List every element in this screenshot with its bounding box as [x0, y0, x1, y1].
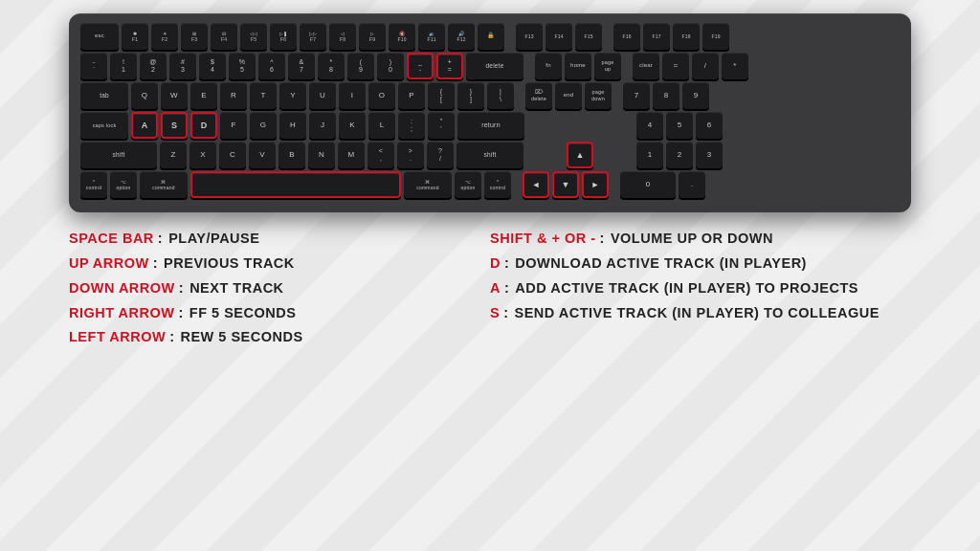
7-key[interactable]: &7	[288, 53, 315, 79]
lshift-key[interactable]: shift	[80, 142, 157, 168]
backtick-key[interactable]: ~`	[80, 53, 107, 79]
end-key[interactable]: end	[555, 82, 582, 109]
command-key[interactable]: ⌘command	[140, 171, 188, 198]
9-key[interactable]: (9	[347, 53, 374, 79]
f7-key[interactable]: ▷▷F7	[300, 23, 326, 50]
fn8-key[interactable]: F19	[702, 23, 729, 50]
rctrl-key[interactable]: ^control	[484, 171, 511, 198]
num-div-key[interactable]: /	[692, 53, 719, 79]
f9-key[interactable]: ▷F9	[359, 23, 386, 50]
f-key[interactable]: F	[220, 112, 247, 139]
f2-key[interactable]: ☀F2	[151, 23, 178, 50]
roption-key[interactable]: ⌥option	[455, 171, 481, 198]
fn6-key[interactable]: F17	[643, 23, 670, 50]
num4-key[interactable]: 4	[636, 112, 663, 139]
option-key[interactable]: ⌥option	[110, 171, 137, 198]
2-key[interactable]: @2	[140, 53, 167, 79]
right-arrow-key[interactable]: ►	[582, 171, 609, 198]
fn3-key[interactable]: F14	[546, 23, 572, 50]
f1-key[interactable]: ✱F1	[122, 23, 148, 50]
b-key[interactable]: B	[278, 142, 305, 168]
slash-key[interactable]: ?/	[427, 142, 454, 168]
fn5-key[interactable]: F16	[613, 23, 640, 50]
rbracket-key[interactable]: }]	[457, 82, 484, 109]
home-key[interactable]: home	[565, 53, 591, 79]
fn2-key[interactable]: F13	[516, 23, 543, 50]
pipe-key[interactable]: |\	[487, 82, 514, 109]
f3-key[interactable]: ⊞F3	[181, 23, 208, 50]
5-key[interactable]: %5	[229, 53, 256, 79]
esc-key[interactable]: esc	[80, 23, 119, 50]
h-key[interactable]: H	[279, 112, 306, 139]
ctrl-key[interactable]: ^control	[80, 171, 107, 198]
num5-key[interactable]: 5	[666, 112, 693, 139]
f5-key[interactable]: ◁◁F5	[240, 23, 267, 50]
fn4-key[interactable]: F15	[575, 23, 602, 50]
pagedown-key[interactable]: pagedown	[585, 82, 612, 109]
delete-key[interactable]: delete	[466, 53, 523, 79]
rshift-key[interactable]: shift	[457, 142, 523, 168]
pageup-key[interactable]: pageup	[594, 53, 621, 79]
f4-key[interactable]: ⊟F4	[211, 23, 237, 50]
z-key[interactable]: Z	[160, 142, 187, 168]
q-key[interactable]: Q	[131, 82, 158, 109]
l-key[interactable]: L	[368, 112, 395, 139]
left-arrow-key[interactable]: ◄	[523, 171, 549, 198]
del-key[interactable]: ⌦delete	[525, 82, 552, 109]
s-key[interactable]: S	[161, 112, 188, 139]
t-key[interactable]: T	[250, 82, 277, 109]
r-key[interactable]: R	[220, 82, 247, 109]
num6-key[interactable]: 6	[696, 112, 723, 139]
v-key[interactable]: V	[249, 142, 276, 168]
down-arrow-key[interactable]: ▼	[552, 171, 579, 198]
f12-key[interactable]: 🔊F12	[448, 23, 475, 50]
numlock-key[interactable]: clear	[633, 53, 659, 79]
n-key[interactable]: N	[308, 142, 335, 168]
num3-key[interactable]: 3	[696, 142, 723, 168]
minus-key[interactable]: _-	[407, 53, 434, 79]
period-key[interactable]: >.	[397, 142, 424, 168]
tab-key[interactable]: tab	[80, 82, 128, 109]
y-key[interactable]: Y	[279, 82, 306, 109]
3-key[interactable]: #3	[169, 53, 196, 79]
d-key[interactable]: D	[190, 112, 217, 139]
o-key[interactable]: O	[368, 82, 395, 109]
comma-key[interactable]: <,	[368, 142, 394, 168]
f10-key[interactable]: 🔇F10	[389, 23, 415, 50]
num7-key[interactable]: 7	[623, 82, 650, 109]
0-key[interactable]: )0	[377, 53, 404, 79]
f6-key[interactable]: ▷❚F6	[270, 23, 297, 50]
up-arrow-key[interactable]: ▲	[567, 142, 593, 168]
fn7-key[interactable]: F18	[673, 23, 700, 50]
a-key[interactable]: A	[131, 112, 158, 139]
f8-key[interactable]: ◁F8	[329, 23, 356, 50]
num8-key[interactable]: 8	[653, 82, 679, 109]
return-key[interactable]: return	[457, 112, 524, 139]
equals-key[interactable]: +=	[436, 53, 463, 79]
num2-key[interactable]: 2	[666, 142, 693, 168]
rcommand-key[interactable]: ⌘command	[404, 171, 452, 198]
fn-key[interactable]: fn	[535, 53, 562, 79]
num-mul-key[interactable]: *	[722, 53, 748, 79]
8-key[interactable]: *8	[318, 53, 345, 79]
p-key[interactable]: P	[398, 82, 425, 109]
numdot-key[interactable]: .	[679, 171, 705, 198]
num1-key[interactable]: 1	[636, 142, 663, 168]
num-eq-key[interactable]: =	[662, 53, 689, 79]
semicolon-key[interactable]: :;	[398, 112, 425, 139]
num0-key[interactable]: 0	[620, 171, 676, 198]
quote-key[interactable]: "'	[428, 112, 455, 139]
k-key[interactable]: K	[339, 112, 366, 139]
lbracket-key[interactable]: {[	[428, 82, 455, 109]
spacebar-key[interactable]	[190, 171, 401, 198]
x-key[interactable]: X	[189, 142, 216, 168]
i-key[interactable]: I	[339, 82, 366, 109]
w-key[interactable]: W	[161, 82, 188, 109]
f11-key[interactable]: 🔉F11	[418, 23, 445, 50]
c-key[interactable]: C	[219, 142, 246, 168]
capslock-key[interactable]: caps lock	[80, 112, 128, 139]
u-key[interactable]: U	[309, 82, 336, 109]
g-key[interactable]: G	[250, 112, 277, 139]
num9-key[interactable]: 9	[682, 82, 709, 109]
lock-key[interactable]: 🔒	[478, 23, 504, 50]
